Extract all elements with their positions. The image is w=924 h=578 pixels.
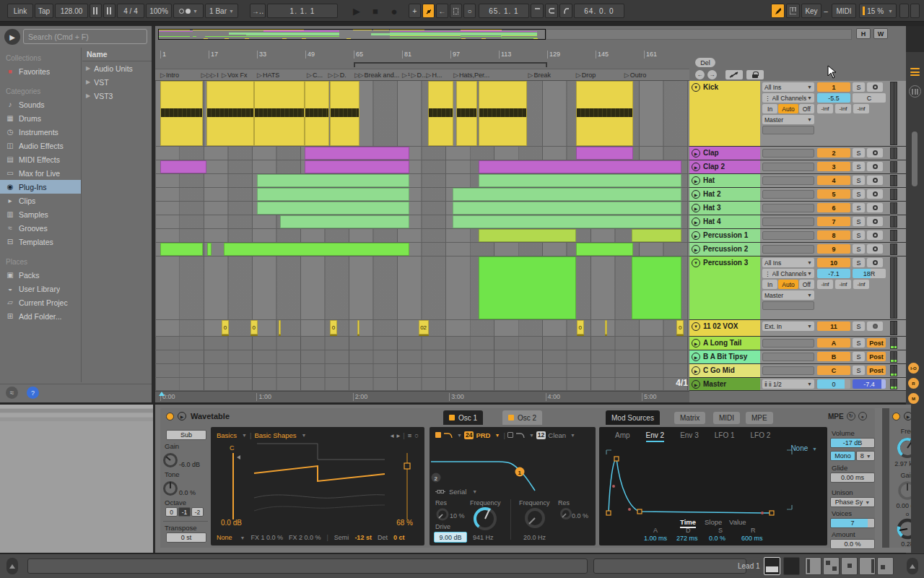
clip[interactable] <box>224 243 409 256</box>
solo-button[interactable]: S <box>853 162 865 171</box>
routing-box[interactable] <box>762 353 814 361</box>
solo-button[interactable]: S <box>853 352 865 361</box>
arrangement-position-field[interactable]: 1. 1. 1 <box>267 4 338 18</box>
save-preset-icon[interactable]: ● <box>858 412 867 420</box>
cue-out-menu[interactable]: ⅱii 1/2▼ <box>762 379 814 389</box>
solo-button[interactable]: S <box>853 322 865 331</box>
semi-value[interactable]: -12 st <box>354 534 372 541</box>
track-activator-button[interactable]: 1 <box>817 82 850 92</box>
locator-marker[interactable]: ▷Drop <box>576 69 596 80</box>
routing-box[interactable] <box>762 217 814 226</box>
track-name[interactable]: ▶B A Bit Tipsy <box>689 350 760 363</box>
sidebar-item-drums[interactable]: ▦Drums <box>0 111 81 125</box>
locator-marker[interactable]: ▷Break and... <box>359 69 399 80</box>
master-pan-field[interactable]: -7.4 <box>853 379 886 389</box>
sub-gain-knob[interactable] <box>162 451 179 468</box>
sidebar-item-add-folder-[interactable]: ⊞Add Folder... <box>0 309 81 323</box>
optimize-height-button[interactable]: H <box>856 28 871 39</box>
expand-triangle-icon[interactable]: ▶ <box>86 65 90 72</box>
track-lane-hat-4[interactable] <box>155 215 689 229</box>
clip[interactable] <box>305 81 329 146</box>
track-activator-button[interactable]: 8 <box>817 230 850 240</box>
unfold-track-icon[interactable]: ▶ <box>692 366 700 375</box>
tempo-field[interactable]: 128.00 <box>55 4 88 18</box>
track-activator-button[interactable]: 11 <box>817 322 850 331</box>
routing-box[interactable] <box>762 163 814 171</box>
arm-button[interactable] <box>867 217 883 226</box>
locator-marker[interactable]: ▷I <box>211 69 218 80</box>
mpe-settings-icon[interactable]: ↻ <box>847 412 855 420</box>
locator-marker[interactable]: ▷Break <box>528 69 551 80</box>
draw-mode-button[interactable] <box>771 4 785 18</box>
input-channel-menu[interactable]: ⋮All Channels▼ <box>762 93 814 103</box>
osc-gain-value[interactable]: 0.0 dB <box>221 519 242 527</box>
playhead-marker[interactable] <box>159 392 165 396</box>
eq-freq-value[interactable]: 2.97 kHz <box>889 460 911 467</box>
clip[interactable] <box>160 160 206 173</box>
previous-locator-button[interactable]: ← <box>695 70 705 79</box>
unfold-track-icon[interactable]: ▼ <box>692 83 700 92</box>
track-activator-button[interactable]: C <box>817 366 850 375</box>
send-field[interactable]: -inf <box>835 280 851 289</box>
track-name[interactable]: ▶Hat 4 <box>689 215 760 228</box>
output-type-menu[interactable]: Master▼ <box>762 290 814 300</box>
session-view-icon[interactable] <box>909 85 921 98</box>
clip[interactable] <box>279 320 281 336</box>
loop-start-field[interactable]: 65. 1. 1 <box>479 4 529 18</box>
browser-list-item-vst3[interactable]: ▶VST3 <box>82 89 152 103</box>
arm-button[interactable] <box>867 176 883 185</box>
clip[interactable] <box>453 202 681 215</box>
monitor-off-button[interactable]: Off <box>799 104 814 113</box>
track-name[interactable]: ▼Kick <box>689 81 760 146</box>
arrangement-view-icon[interactable] <box>910 72 920 73</box>
solo-button[interactable]: S <box>853 217 865 226</box>
track-activator-button[interactable]: B <box>817 352 850 361</box>
unfold-track-icon[interactable]: ▶ <box>692 176 700 185</box>
sidebar-item-midi-effects[interactable]: ▤MIDI Effects <box>0 152 81 166</box>
solo-button[interactable]: S <box>853 338 865 348</box>
eq-q-knob[interactable] <box>896 517 911 540</box>
adsr-value[interactable]: 1.00 ms <box>644 535 667 542</box>
device-thumbnail[interactable] <box>764 557 780 575</box>
wavetable-position-value[interactable]: 68 % <box>396 519 413 527</box>
sidebar-item-favorites[interactable]: ■Favorites <box>0 64 81 78</box>
unfold-track-icon[interactable]: ▶ <box>692 217 700 226</box>
det-value[interactable]: 0 ct <box>393 534 405 541</box>
arm-button[interactable] <box>867 82 883 92</box>
monitor-off-button[interactable]: Off <box>799 280 814 289</box>
fx1-value[interactable]: FX 1 0.0 % <box>250 534 283 541</box>
eq-q-value[interactable]: 0.28 <box>889 540 911 548</box>
search-input[interactable]: Search (Cmd + F) <box>23 29 147 44</box>
clip[interactable] <box>280 215 409 228</box>
track-activator-button[interactable]: 3 <box>817 162 850 171</box>
sidebar-item-audio-effects[interactable]: ◫Audio Effects <box>0 139 81 152</box>
track-name[interactable]: ▶C Go Mid <box>689 364 760 377</box>
computer-midi-keyboard-button[interactable] <box>786 4 800 18</box>
tap-button[interactable]: Tap <box>35 4 53 18</box>
tab-mod-sources[interactable]: Mod Sources <box>606 410 660 425</box>
routing-box[interactable] <box>762 231 814 240</box>
input-type-menu[interactable]: Ext. In▼ <box>762 322 814 331</box>
freq2-knob[interactable] <box>523 506 546 530</box>
clip[interactable] <box>206 81 254 146</box>
filter1-circuit-menu[interactable]: PRD <box>476 431 490 439</box>
filter2-type-icon[interactable] <box>515 432 525 439</box>
clip[interactable] <box>305 160 409 173</box>
optimize-width-button[interactable]: W <box>873 28 888 39</box>
wavetable-display[interactable]: C <box>211 427 424 545</box>
punch-out-button[interactable] <box>559 4 572 18</box>
device-on-button[interactable] <box>166 413 174 420</box>
expand-triangle-icon[interactable]: ▶ <box>86 79 90 85</box>
filter2-slope-badge[interactable]: 12 <box>536 431 546 439</box>
tab-midi[interactable]: MIDI <box>713 412 740 424</box>
routing-box[interactable] <box>762 366 814 375</box>
res-knob[interactable] <box>435 507 450 522</box>
midi-map-button[interactable]: MIDI <box>832 4 856 18</box>
unfold-track-icon[interactable]: ▶ <box>692 231 700 240</box>
arm-button[interactable] <box>867 322 883 331</box>
track-lane-11-02-vox[interactable]: 0000200 <box>155 320 689 337</box>
unfold-track-icon[interactable]: ▶ <box>692 339 700 348</box>
unison-amount-field[interactable]: 0.0 % <box>830 539 875 549</box>
punch-in-button[interactable] <box>531 4 544 18</box>
locator-marker[interactable]: ▷D... <box>411 69 427 80</box>
